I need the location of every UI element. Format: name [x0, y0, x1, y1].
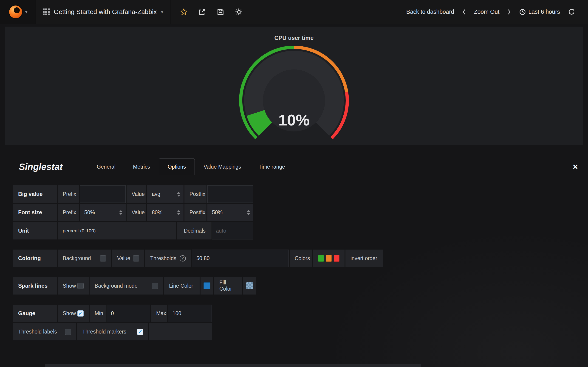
zoom-out-button[interactable]: Zoom Out [470, 8, 503, 15]
threshold-markers-label: Threshold markers [82, 329, 126, 335]
dashboard-title: Getting Started with Grafana-Zabbix [54, 8, 157, 16]
unit-label: Unit [13, 222, 57, 240]
postfix-font-size-select[interactable]: 50% [208, 204, 253, 221]
gauge-show-checkbox[interactable]: ✓ [78, 310, 84, 317]
value-font-size-select[interactable]: 80% [147, 204, 183, 221]
line-color-swatch[interactable] [204, 282, 210, 289]
invert-order-label: invert order [351, 255, 377, 261]
value-label: Value [127, 185, 146, 203]
tab-general[interactable]: General [88, 158, 124, 175]
spark-show-option: Show [58, 277, 89, 294]
gauge-min-input[interactable] [107, 305, 150, 322]
postfix-font-size-value: 50% [212, 209, 223, 216]
value-label: Value [127, 204, 146, 221]
clock-icon [519, 8, 526, 15]
invert-order-button[interactable]: invert order [346, 250, 383, 267]
title-caret-icon: ▾ [161, 9, 163, 15]
tab-value-mappings[interactable]: Value Mappings [195, 158, 250, 175]
line-color-cell [200, 277, 213, 294]
chevron-right-icon [507, 8, 511, 15]
refresh-icon [568, 8, 575, 16]
color-swatches [313, 250, 345, 267]
prefix-font-size-value: 50% [84, 209, 95, 216]
gauge-max-input[interactable] [168, 305, 212, 322]
share-button[interactable] [193, 0, 211, 24]
svg-text:10%: 10% [278, 111, 310, 129]
spinner-icon [177, 192, 180, 197]
time-shift-right-button[interactable] [505, 8, 513, 15]
show-label: Show [63, 283, 76, 289]
color-swatch-green[interactable] [318, 255, 324, 262]
background-checkbox[interactable] [100, 255, 106, 261]
unit-select[interactable]: percent (0-100) [58, 222, 176, 240]
spark-lines-row: Spark lines Show Background mode Line Co… [13, 277, 588, 294]
threshold-options-row: Threshold labels Threshold markers ✓ [13, 323, 588, 340]
gear-icon [235, 8, 243, 16]
tab-options[interactable]: Options [159, 158, 195, 175]
background-mode-checkbox[interactable] [152, 283, 158, 289]
background-mode-label: Background mode [95, 283, 138, 289]
big-value-row: Big value Prefix Value avg Postfix [13, 185, 588, 203]
time-range-button[interactable]: Last 6 hours [515, 8, 564, 15]
color-swatch-red[interactable] [334, 255, 339, 262]
back-to-dashboard-button[interactable]: Back to dashboard [403, 8, 458, 15]
gauge-chart: 10% [237, 43, 351, 142]
tab-metrics[interactable]: Metrics [124, 158, 159, 175]
save-icon [216, 8, 225, 16]
big-value-postfix-input[interactable] [208, 185, 253, 203]
spinner-icon [177, 210, 180, 215]
big-value-stat-select[interactable]: avg [147, 185, 183, 203]
prefix-label: Prefix [58, 185, 79, 203]
thresholds-input[interactable] [192, 250, 289, 267]
threshold-labels-label: Threshold labels [18, 329, 57, 335]
coloring-row: Coloring Background Value Thresholds ? C… [13, 250, 588, 267]
value-font-size-value: 80% [152, 209, 162, 216]
fill-color-cell [243, 277, 256, 294]
refresh-button[interactable] [566, 8, 577, 16]
gauge-row: Gauge Show ✓ Min Max [13, 305, 588, 322]
gauge-show-option: Show ✓ [58, 305, 89, 322]
prefix-label: Prefix [58, 204, 79, 221]
big-value-prefix-input[interactable] [80, 185, 126, 203]
thresholds-option: Thresholds ? [145, 250, 191, 267]
font-size-label: Font size [13, 204, 57, 221]
coloring-background-option: Background [58, 250, 111, 267]
line-color-label: Line Color [164, 277, 199, 294]
value-checkbox[interactable] [133, 255, 139, 261]
threshold-markers-checkbox[interactable]: ✓ [137, 329, 143, 335]
time-shift-left-button[interactable] [460, 8, 468, 15]
font-size-row: Font size Prefix 50% Value 80% Postfix 5… [13, 204, 588, 221]
settings-button[interactable] [230, 0, 248, 24]
options-form: Big value Prefix Value avg Postfix Font … [13, 185, 588, 340]
spinner-icon [247, 210, 250, 215]
navbar-actions [170, 0, 252, 24]
spark-show-checkbox[interactable] [78, 283, 84, 289]
background-mode-option: Background mode [90, 277, 163, 294]
close-editor-button[interactable]: × [573, 162, 578, 171]
grafana-logo-button[interactable]: ▾ [0, 0, 36, 24]
threshold-labels-option: Threshold labels [13, 323, 76, 340]
filler-cell [149, 323, 212, 340]
threshold-markers-option: Threshold markers ✓ [77, 323, 148, 340]
postfix-label: Postfix [184, 204, 207, 221]
tab-time-range[interactable]: Time range [250, 158, 294, 175]
share-icon [198, 8, 206, 16]
big-value-stat-value: avg [152, 191, 160, 197]
help-icon[interactable]: ? [180, 255, 186, 261]
panel-title[interactable]: CPU user time [275, 35, 314, 41]
gauge-label: Gauge [13, 305, 57, 322]
dashboard-title-dropdown[interactable]: Getting Started with Grafana-Zabbix ▾ [36, 0, 170, 24]
fill-color-swatch[interactable] [246, 282, 253, 289]
postfix-label: Postfix [184, 185, 207, 203]
max-label: Max [151, 305, 167, 322]
prefix-font-size-select[interactable]: 50% [80, 204, 126, 221]
unit-row: Unit percent (0-100) Decimals [13, 222, 588, 240]
threshold-labels-checkbox[interactable] [65, 329, 71, 335]
color-swatch-orange[interactable] [326, 255, 332, 262]
background-label: Background [63, 255, 91, 261]
next-row-edge [45, 364, 421, 367]
decimals-input[interactable] [212, 222, 253, 240]
star-button[interactable] [174, 0, 193, 24]
save-button[interactable] [211, 0, 230, 24]
decimals-label: Decimals [177, 222, 211, 240]
